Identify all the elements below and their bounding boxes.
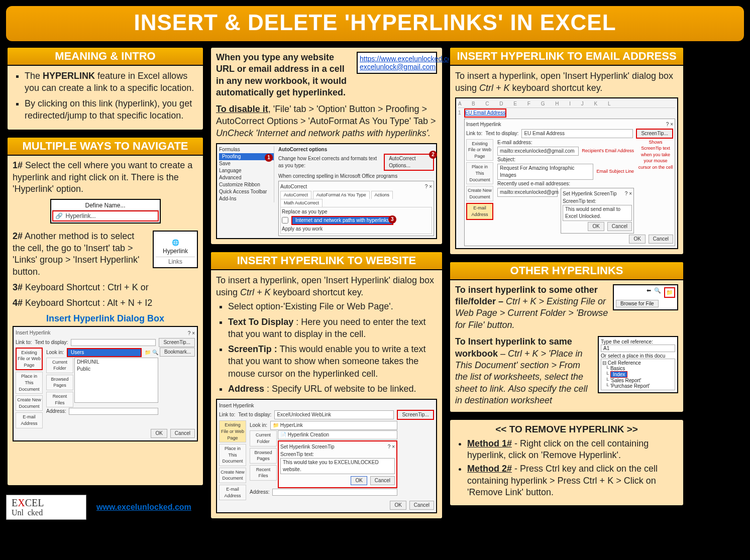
web-side-place[interactable]: Place in This Document xyxy=(219,444,246,466)
email-dialog-screenshot: A B C D E F G H I J K L 1EU Email Addres… xyxy=(455,97,678,249)
cell-a1[interactable]: EU Email Address xyxy=(464,108,507,118)
opt-addins[interactable]: Add-Ins xyxy=(219,195,274,202)
email-ttd-label: Text to display: xyxy=(485,130,518,137)
menu-item-define-name[interactable]: Define Name... xyxy=(52,201,159,210)
email-linkto-label: Link to: xyxy=(466,130,482,137)
tab-autoformat[interactable]: AutoFormat As You Type xyxy=(313,191,370,199)
lookin-value[interactable]: Users xyxy=(67,348,142,357)
web-side-create[interactable]: Create New Document xyxy=(219,468,246,483)
opt-save[interactable]: Save xyxy=(219,160,274,167)
email-side-email[interactable]: E-mail Address xyxy=(466,203,493,219)
recent-label: Recently used e-mail addresses: xyxy=(497,180,634,187)
nav-method-1: 1# Select the cell where you want to cre… xyxy=(13,160,198,195)
recent-list[interactable]: mailto:excelunlocked@gm xyxy=(497,188,558,197)
web-ttd-input[interactable]: ExcelUnlocked WebLink xyxy=(274,410,394,419)
subject-note: Email Subject Line xyxy=(596,168,634,175)
web-current-folder[interactable]: Current Folder xyxy=(250,430,277,446)
text-to-display-input[interactable] xyxy=(71,339,156,346)
ribbon-hyperlink-button[interactable]: Hyperlink Links xyxy=(153,231,198,268)
tab-math[interactable]: Math AutoCorrect xyxy=(280,199,323,207)
bookmark-button[interactable]: Bookmark... xyxy=(160,348,195,357)
nav-back-icon[interactable]: ⬅ xyxy=(647,287,651,298)
side-create-new[interactable]: Create New Document xyxy=(16,395,43,411)
ok-button[interactable]: OK xyxy=(151,429,167,438)
browsed-pages-tab[interactable]: Browsed Pages xyxy=(46,375,73,390)
tab-actions[interactable]: Actions xyxy=(371,191,393,199)
tab-autocorrect[interactable]: AutoCorrect xyxy=(280,191,311,199)
opt-proofing[interactable]: Proofing 1 xyxy=(219,153,274,160)
text-to-display-label: Text to display: xyxy=(35,339,68,346)
opt-customize-ribbon[interactable]: Customize Ribbon xyxy=(219,181,274,188)
email-tip-ok[interactable]: OK xyxy=(588,222,604,231)
subject-input[interactable]: Request For Amazing Infographic Images xyxy=(497,164,593,180)
address-label: Address: xyxy=(46,408,66,415)
email-side-existing[interactable]: Existing File or Web Page xyxy=(466,139,493,161)
email-tiptext-input[interactable]: This would send email to Excel Unlocked. xyxy=(563,205,632,221)
tip-ok-button[interactable]: OK xyxy=(351,476,367,485)
screentip-button[interactable]: ScreenTip... xyxy=(159,338,195,347)
email-side-create[interactable]: Create New Document xyxy=(466,186,493,201)
web-browsed-pages[interactable]: Browsed Pages xyxy=(250,448,277,464)
ac-change-label: Change how Excel corrects and formats te… xyxy=(278,155,381,169)
email-header: INSERT HYPERLINK TO EMAIL ADDRESS xyxy=(450,48,683,66)
menu-item-hyperlink[interactable]: Hyperlink... xyxy=(52,210,159,221)
email-screentip-button[interactable]: ScreenTip... xyxy=(636,129,673,139)
web-recent-files[interactable]: Recent Files xyxy=(250,465,277,481)
folder-public[interactable]: Public xyxy=(77,366,156,373)
email-dialog-title: Insert Hyperlink xyxy=(466,121,501,128)
recent-files-tab[interactable]: Recent Files xyxy=(46,392,73,407)
sample-email[interactable]: excelunlock@gmail.com xyxy=(360,63,434,71)
folder-dhrunil[interactable]: DHRUNIL xyxy=(77,359,156,366)
screentip-text-input[interactable]: This would take you to EXCELUNLOCKED web… xyxy=(280,458,395,474)
cell-ref-input[interactable]: A1 xyxy=(601,345,675,352)
email-side-place[interactable]: Place in This Document xyxy=(466,162,493,184)
nav-method-3: 3# Keyboard Shortcut : Ctrl + K or xyxy=(13,282,198,293)
tree-basics[interactable]: Basics xyxy=(610,366,625,371)
sample-url[interactable]: https://www.excelunlocked.com/ xyxy=(360,55,434,63)
email-settip-title: Set Hyperlink ScreenTip xyxy=(563,190,616,197)
current-folder-tab[interactable]: Current Folder xyxy=(46,358,73,373)
opt-qat[interactable]: Quick Access Toolbar xyxy=(219,188,274,195)
email-address-input[interactable]: mailto:excelunlocked@gmail.com xyxy=(497,147,579,156)
email-address-label: E-mail address: xyxy=(497,139,634,146)
browse-file-icon[interactable]: 📁 xyxy=(664,287,675,298)
tree-root[interactable]: Cell Reference xyxy=(608,360,641,366)
web-address-input[interactable] xyxy=(272,489,397,496)
address-input[interactable] xyxy=(69,408,158,415)
web-ok-button[interactable]: OK xyxy=(390,501,406,510)
tree-sales[interactable]: 'Sales Report' xyxy=(610,378,641,383)
lookin-label: Look in: xyxy=(46,349,64,356)
email-tip-cancel[interactable]: Cancel xyxy=(607,222,632,231)
email-ok-button[interactable]: OK xyxy=(629,235,645,244)
opt-advanced[interactable]: Advanced xyxy=(219,174,274,181)
web-file-item[interactable]: 📄 Hyperlink Creation xyxy=(278,430,397,439)
autocorrect-options-button[interactable]: AutoCorrect Options...2 xyxy=(384,154,434,171)
email-intro: To insert a hyperlink, open 'Insert Hype… xyxy=(455,70,678,94)
email-ttd-input[interactable]: EU Email Address xyxy=(521,129,633,138)
side-email[interactable]: E-mail Address xyxy=(16,412,43,428)
cancel-button[interactable]: Cancel xyxy=(170,429,195,438)
linkto-label: Link to: xyxy=(16,339,32,346)
web-screentip-button[interactable]: ScreenTip... xyxy=(397,410,434,420)
tip-cancel-button[interactable]: Cancel xyxy=(370,476,395,485)
web-lookin-value[interactable]: 📁 HyperLink xyxy=(270,421,397,430)
email-cancel-button[interactable]: Cancel xyxy=(649,235,673,244)
nav-method-2: 2# Another method is to select the cell,… xyxy=(13,231,149,278)
internet-paths-checkbox[interactable] xyxy=(282,217,288,223)
opt-formulas[interactable]: Formulas xyxy=(219,146,274,153)
tree-purchase[interactable]: 'Purchase Report' xyxy=(610,383,650,389)
web-cancel-button[interactable]: Cancel xyxy=(409,501,434,510)
site-link[interactable]: www.excelunlocked.com xyxy=(96,503,191,512)
web-dialog-title: Insert Hyperlink xyxy=(219,402,254,409)
remove-method-2: Method 2# - Press Ctrl key and click on … xyxy=(467,463,678,498)
web-side-email[interactable]: E-mail Address xyxy=(219,485,246,500)
side-place-in-doc[interactable]: Place in This Document xyxy=(16,372,43,394)
browse-for-file-tooltip: Browse for File xyxy=(616,300,659,307)
opt-language[interactable]: Language xyxy=(219,167,274,174)
internet-paths-option[interactable]: Internet and network paths with hyperlin… xyxy=(291,216,393,225)
web-side-existing[interactable]: Existing File or Web Page xyxy=(219,420,246,442)
tree-index[interactable]: Index xyxy=(610,371,627,378)
search-icon[interactable]: 🔍 xyxy=(654,287,661,298)
side-existing-file[interactable]: Existing File or Web Page xyxy=(16,348,43,371)
excel-unlocked-logo: EXCEL Unl cked xyxy=(6,495,86,520)
